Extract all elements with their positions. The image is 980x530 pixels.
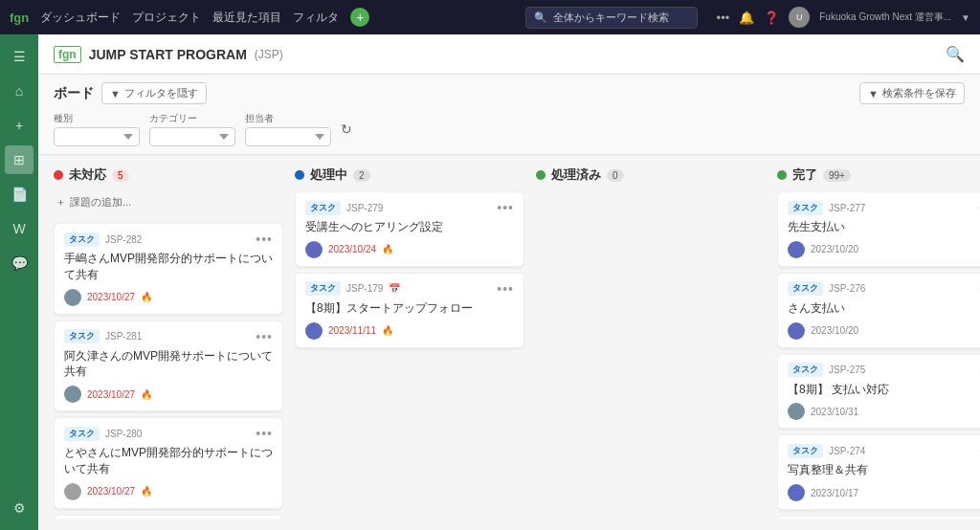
card-more-btn[interactable]: ••• — [497, 200, 514, 215]
card-footer: 2023/10/17 — [788, 484, 980, 501]
card-avatar — [64, 483, 81, 500]
card-id: JSP-179 — [346, 283, 383, 294]
card-date: 2023/10/27 — [87, 292, 135, 302]
nav-filter[interactable]: フィルタ — [293, 10, 339, 26]
card-date: 2023/10/20 — [811, 325, 858, 336]
card-footer: 2023/10/31 — [788, 403, 980, 420]
icon-sidebar: ☰ ⌂ + ⊞ 📄 W 💬 ⚙ — [0, 34, 38, 530]
header-search-icon[interactable]: 🔍 — [946, 45, 965, 63]
sidebar-board-icon[interactable]: ⊞ — [5, 145, 33, 174]
card-header: タスクJSP-281••• — [64, 329, 273, 344]
card-tag: タスク — [788, 201, 823, 215]
column-name-unhandled: 未対応 — [69, 166, 106, 184]
user-name: Fukuoka Growth Next 運営事... — [819, 11, 951, 24]
filter-category: カテゴリー — [149, 112, 235, 146]
card-item[interactable]: タスクJSP-282•••手嶋さんMVP開発部分的サポートについて共有2023/… — [54, 223, 283, 315]
board-toolbar: ボード ▼ フィルタを隠す ▼ 検索条件を保存 種別 カ — [38, 75, 980, 155]
card-item[interactable]: タスクJSP-179📅•••【8期】スタートアップフォロー2023/11/11🔥 — [295, 273, 524, 348]
card-footer: 2023/10/27🔥 — [64, 483, 273, 500]
card-date: 2023/10/24 — [328, 244, 376, 254]
card-more-btn[interactable]: ••• — [256, 426, 273, 441]
card-footer: 2023/11/11🔥 — [305, 322, 514, 340]
nav-projects[interactable]: プロジェクト — [132, 10, 201, 26]
card-item[interactable]: タスクJSP-276•••さん支払い2023/10/20 — [777, 273, 980, 348]
board-column-processing: 処理中2タスクJSP-279•••受講生へのヒアリング設定2023/10/24🔥… — [295, 166, 524, 519]
fire-icon: 🔥 — [141, 486, 152, 497]
column-dot-processing — [295, 170, 304, 180]
column-count-done: 99+ — [823, 169, 851, 182]
save-filter-icon: ▼ — [868, 88, 879, 99]
card-title: 手嶋さんMVP開発部分的サポートについて共有 — [64, 251, 273, 283]
filter-btn-label: フィルタを隠す — [124, 86, 198, 100]
card-more-btn[interactable]: ••• — [256, 232, 273, 247]
card-title: 受講生へのヒアリング設定 — [305, 219, 514, 235]
global-search[interactable]: 🔍 全体からキーワード検索 — [525, 7, 698, 29]
nav-dashboard[interactable]: ダッシュボード — [40, 10, 121, 26]
card-avatar — [788, 322, 805, 340]
column-cards-unhandled: ＋課題の追加...タスクJSP-282•••手嶋さんMVP開発部分的サポートにつ… — [54, 191, 283, 519]
bell-icon[interactable]: 🔔 — [739, 11, 754, 25]
filter-category-select[interactable] — [149, 127, 235, 146]
user-avatar[interactable]: U — [789, 7, 810, 28]
filter-type-select[interactable] — [54, 127, 140, 146]
card-item[interactable]: タスクJSP-275•••【8期】 支払い対応2023/10/31 — [777, 354, 980, 430]
card-title: さん支払い — [788, 300, 980, 317]
card-header: タスクJSP-280••• — [64, 426, 273, 441]
refresh-btn[interactable]: ↻ — [341, 121, 352, 137]
column-dot-unhandled — [54, 170, 63, 180]
save-filter-label: 検索条件を保存 — [882, 86, 956, 100]
nav-add[interactable]: + — [350, 8, 369, 27]
chevron-down-icon[interactable]: ▼ — [961, 12, 970, 23]
sidebar-home-icon[interactable]: ⌂ — [5, 77, 33, 105]
card-title: 写真整理＆共有 — [788, 462, 980, 478]
card-footer: 2023/10/27🔥 — [64, 289, 273, 306]
filter-toggle-btn[interactable]: ▼ フィルタを隠す — [101, 82, 207, 104]
card-item[interactable]: タスクJSP-281•••阿久津さんのMVP開発サポートについて共有2023/1… — [54, 320, 283, 412]
card-more-btn[interactable]: ••• — [256, 329, 273, 344]
save-filter-btn[interactable]: ▼ 検索条件を保存 — [859, 82, 965, 104]
column-name-processing: 処理中 — [310, 166, 347, 184]
column-dot-done — [777, 170, 787, 180]
card-date: 2023/10/20 — [811, 244, 858, 254]
card-more-btn[interactable]: ••• — [497, 281, 514, 297]
card-date: 2023/10/31 — [811, 407, 858, 417]
card-header: タスクJSP-179📅••• — [305, 281, 514, 297]
card-avatar — [788, 403, 805, 420]
card-tag: タスク — [788, 363, 823, 377]
nav-recent[interactable]: 最近見た項目 — [212, 10, 281, 26]
card-item[interactable]: タスクJSP-277•••先生支払い2023/10/20 — [777, 191, 980, 267]
card-item[interactable]: タスクJSP-278•••進め方ヒアリング2023/10/20🔥 — [54, 515, 283, 519]
add-task-btn[interactable]: ＋課題の追加... — [54, 191, 283, 213]
card-id: JSP-281 — [105, 331, 142, 342]
sidebar-menu-icon[interactable]: ☰ — [5, 42, 33, 71]
more-icon[interactable]: ••• — [717, 11, 730, 25]
card-date: 2023/10/27 — [87, 389, 135, 400]
fire-icon: 🔥 — [141, 292, 152, 302]
card-item[interactable]: タスクJSP-274•••写真整理＆共有2023/10/17 — [777, 434, 980, 510]
question-icon[interactable]: ❓ — [764, 11, 779, 25]
column-header-unhandled: 未対応5 — [54, 166, 283, 184]
filter-icon: ▼ — [110, 88, 121, 99]
card-id: JSP-274 — [829, 446, 865, 456]
card-item[interactable]: タスクJSP-279•••受講生へのヒアリング設定2023/10/24🔥 — [295, 191, 524, 267]
card-id: JSP-280 — [105, 429, 142, 439]
card-header: タスクJSP-279••• — [305, 200, 514, 215]
sidebar-word-icon[interactable]: W — [5, 214, 33, 243]
filter-assignee-select[interactable] — [245, 127, 331, 146]
project-abbr: (JSP) — [255, 48, 283, 61]
card-item[interactable]: タスクJSP-273•••録画編集＆共有2023/10/19 — [777, 516, 980, 519]
sidebar-chat-icon[interactable]: 💬 — [5, 249, 33, 277]
board-label: ボード — [54, 85, 94, 102]
filter-type: 種別 — [54, 112, 140, 146]
sidebar-settings-icon[interactable]: ⚙ — [5, 494, 33, 522]
top-nav-logo: fgn — [10, 11, 29, 25]
sidebar-doc-icon[interactable]: 📄 — [5, 180, 33, 209]
card-tag: タスク — [788, 444, 823, 458]
board-column-unhandled: 未対応5＋課題の追加...タスクJSP-282•••手嶋さんMVP開発部分的サポ… — [54, 166, 283, 519]
column-cards-processing: タスクJSP-279•••受講生へのヒアリング設定2023/10/24🔥タスクJ… — [295, 191, 524, 519]
card-footer: 2023/10/20 — [788, 241, 980, 258]
card-title: 【8期】 支払い対応 — [788, 382, 980, 398]
sidebar-add-icon[interactable]: + — [5, 111, 33, 140]
card-footer: 2023/10/27🔥 — [64, 386, 273, 403]
card-item[interactable]: タスクJSP-280•••とやさんにMVP開発部分的サポートについて共有2023… — [54, 417, 283, 509]
